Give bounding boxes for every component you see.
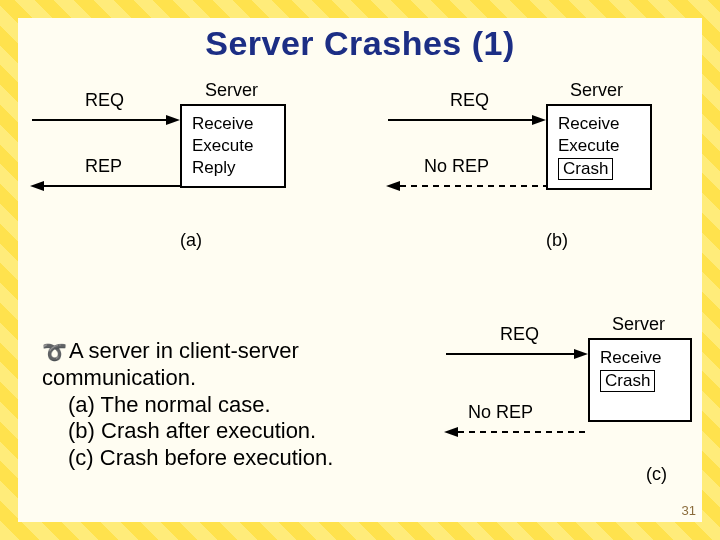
req-label-c: REQ [500,324,539,345]
box-row: Receive [192,114,274,134]
svg-marker-1 [166,115,180,125]
server-label-a: Server [205,80,258,101]
body-item-c: (c) Crash before execution. [42,445,432,472]
box-row-empty [600,394,680,412]
diagram-row-top: Server Receive Execute Reply REQ REP (a)… [30,82,690,302]
body-lead: ➰A server in client-server communication… [42,338,432,392]
sublabel-c: (c) [646,464,667,485]
crash-box: Crash [600,370,655,392]
body-item-a: (a) The normal case. [42,392,432,419]
arrow-right-icon [386,114,546,126]
box-row: Receive [600,348,680,368]
page-number: 31 [682,503,696,518]
body-item-b: (b) Crash after execution. [42,418,432,445]
slide-title: Server Crashes (1) [18,24,702,63]
server-box-c: Receive Crash [588,338,692,422]
sublabel-b: (b) [546,230,568,251]
server-label-b: Server [570,80,623,101]
svg-marker-11 [444,427,458,437]
box-row: Execute [192,136,274,156]
svg-marker-7 [386,181,400,191]
box-row: Receive [558,114,640,134]
box-row: Reply [192,158,274,178]
diagram-c: Server Receive Crash REQ No REP (c) [444,316,692,516]
slide-inner: Server Crashes (1) Server Receive Execut… [18,18,702,522]
req-label-a: REQ [85,90,124,111]
server-box-a: Receive Execute Reply [180,104,286,188]
norep-label-b: No REP [424,156,489,177]
body-text: ➰A server in client-server communication… [42,338,432,472]
rep-label-a: REP [85,156,122,177]
arrow-left-dashed-icon [386,180,546,192]
arrow-right-icon [444,348,588,360]
crash-box: Crash [558,158,613,180]
slide: Server Crashes (1) Server Receive Execut… [0,0,720,540]
norep-label-c: No REP [468,402,533,423]
sublabel-a: (a) [180,230,202,251]
svg-marker-3 [30,181,44,191]
box-row: Execute [558,136,640,156]
server-box-b: Receive Execute Crash [546,104,652,190]
server-label-c: Server [612,314,665,335]
bullet-icon: ➰ [42,340,67,364]
svg-marker-5 [532,115,546,125]
arrow-left-icon [30,180,180,192]
arrow-right-icon [30,114,180,126]
arrow-left-dashed-icon [444,426,588,438]
req-label-b: REQ [450,90,489,111]
svg-marker-9 [574,349,588,359]
